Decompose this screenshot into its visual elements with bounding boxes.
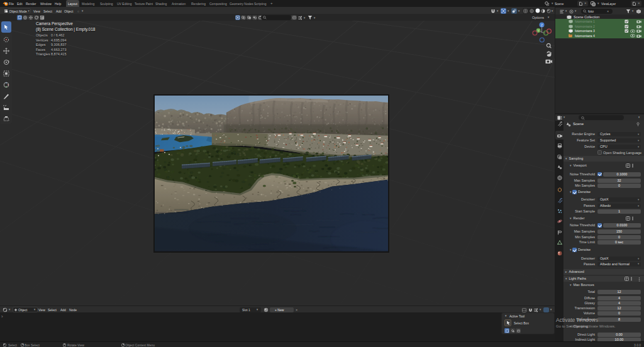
svg-text:Y: Y (537, 30, 539, 33)
svg-text:Z: Z (541, 23, 543, 27)
